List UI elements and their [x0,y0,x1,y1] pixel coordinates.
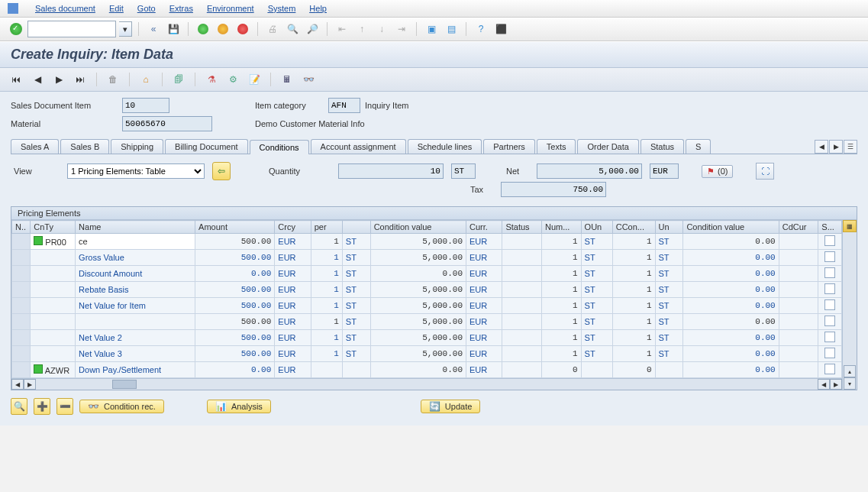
tab-scroll-1[interactable]: ▶ [829,140,843,154]
row-checkbox[interactable] [824,316,835,326]
col-header[interactable]: N.. [12,221,31,234]
header-icon[interactable]: ⌂ [137,71,154,88]
grid-config-icon[interactable]: ▦ [843,220,857,232]
enter-button[interactable] [8,21,24,37]
tab-schedule-lines[interactable]: Schedule lines [408,139,482,154]
row-checkbox[interactable] [824,251,835,262]
sdi-field[interactable] [122,98,169,113]
menu-help[interactable]: Help [309,4,327,13]
condition-rec-button[interactable]: 👓Condition rec. [79,400,164,413]
row-selector[interactable] [12,330,31,346]
material-field[interactable] [122,116,212,131]
menu-system[interactable]: System [268,4,296,13]
net-field[interactable] [537,163,642,179]
prev-item-icon[interactable]: ◀ [29,71,46,88]
tab-partners[interactable]: Partners [483,139,535,154]
col-header[interactable]: Name [76,221,195,234]
tab-sales-a[interactable]: Sales A [11,139,59,154]
command-dropdown[interactable]: ▾ [119,21,132,37]
find-next-icon[interactable]: 🔎 [304,21,321,37]
last-item-icon[interactable]: ⏭ [72,71,89,88]
menu-goto[interactable]: Goto [137,4,156,13]
row-checkbox[interactable] [824,235,835,246]
tax-field[interactable] [501,182,606,197]
link-icon[interactable]: 👓 [300,71,317,88]
col-header[interactable]: per [311,221,342,234]
col-header[interactable]: Curr. [466,221,502,234]
next-item-icon[interactable]: ▶ [50,71,67,88]
net-curr[interactable] [650,163,679,179]
tab-texts[interactable]: Texts [537,139,576,154]
col-header[interactable]: Un [655,221,683,234]
tab-scroll-0[interactable]: ◀ [815,140,828,154]
hscroll2-left[interactable]: ◀ [818,379,830,390]
menu-sales-document[interactable]: Sales document [35,4,95,13]
update-button[interactable]: 🔄Update [421,400,480,413]
new-session-icon[interactable]: ▣ [423,21,440,37]
row-selector[interactable] [12,282,31,298]
col-header[interactable]: Condition value [683,221,779,234]
col-header[interactable]: S... [818,221,842,234]
menu-extras[interactable]: Extras [169,4,193,13]
cell-name[interactable]: ce [76,234,195,250]
itemcat-field[interactable] [328,98,360,113]
quantity-unit[interactable] [451,163,476,179]
hscroll-left[interactable]: ◀ [11,379,24,390]
tab-status[interactable]: Status [641,139,684,154]
cancel-icon[interactable] [234,21,251,37]
row-selector[interactable] [12,234,31,250]
quantity-field[interactable] [338,163,444,179]
col-header[interactable]: CCon... [612,221,655,234]
row-checkbox[interactable] [824,364,835,374]
col-header[interactable]: CdCur [779,221,818,234]
row-selector[interactable] [12,250,31,266]
exit-icon[interactable] [215,21,231,37]
row-checkbox[interactable] [824,283,835,294]
tab-sales-b[interactable]: Sales B [60,139,109,154]
config-icon[interactable]: ⚗ [203,71,220,88]
col-header[interactable]: Num... [542,221,582,234]
expand-button[interactable]: ⛶ [756,163,774,180]
row-selector[interactable] [12,266,31,282]
analysis-button[interactable]: 📊Analysis [207,400,271,413]
col-header[interactable]: Crcy [275,221,311,234]
calc-icon[interactable]: 🖩 [279,71,295,88]
delete-icon[interactable]: 🗑 [105,71,121,88]
vscroll-up[interactable]: ▴ [844,365,856,377]
row-selector[interactable] [12,314,31,330]
print-icon[interactable]: 🖨 [264,21,281,37]
costing-icon[interactable]: ⚙ [224,71,241,88]
prev-page-icon[interactable]: ↑ [353,21,370,37]
tab-account-assignment[interactable]: Account assignment [311,139,406,154]
row-checkbox[interactable] [824,299,835,310]
row-selector[interactable] [12,298,31,314]
shortcut-icon[interactable]: ▤ [443,21,460,37]
message-badge[interactable]: ⚑(0) [702,165,733,178]
hscroll2-right[interactable]: ▶ [830,379,842,390]
row-checkbox[interactable] [824,332,835,342]
tab-s[interactable]: S [686,139,711,154]
col-header[interactable]: Condition value [370,221,466,234]
display-doc-icon[interactable]: 🗐 [170,71,187,88]
first-page-icon[interactable]: ⇤ [334,21,350,37]
tab-shipping[interactable]: Shipping [111,139,163,154]
help-icon[interactable]: ? [473,21,489,37]
col-header[interactable]: Status [502,221,542,234]
view-go-button[interactable]: ⇦ [212,162,231,180]
menu-edit[interactable]: Edit [109,4,124,13]
cell-cnty[interactable]: PR00 [31,234,76,250]
tab-scroll-2[interactable]: ☰ [844,140,857,154]
menu-environment[interactable]: Environment [207,4,254,13]
find-icon[interactable]: 🔍 [284,21,301,37]
row-checkbox[interactable] [824,267,835,278]
hscroll-thumb[interactable] [112,380,137,389]
col-header[interactable] [342,221,370,234]
save-icon[interactable]: 💾 [165,21,182,37]
hscroll-right[interactable]: ▶ [24,379,36,390]
row-checkbox[interactable] [824,348,835,358]
col-header[interactable]: Amount [195,221,275,234]
object-icon[interactable]: 📝 [246,71,263,88]
delete-row-icon[interactable]: ➖ [56,398,73,415]
tab-conditions[interactable]: Conditions [250,140,309,154]
insert-row-icon[interactable]: ➕ [34,398,50,415]
